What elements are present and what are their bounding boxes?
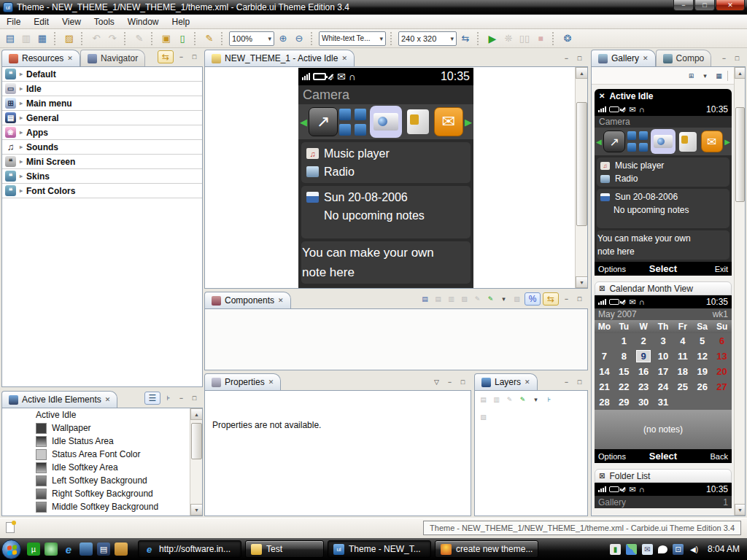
chevron-down-icon[interactable]: ▾ <box>498 294 509 304</box>
copy-icon[interactable]: ▤ <box>433 294 444 304</box>
zoom-in-icon[interactable]: ⊕ <box>276 31 290 46</box>
maximize-panel-icon[interactable]: □ <box>457 377 468 387</box>
element-item-idle-softkey-area[interactable]: Idle Softkey Area <box>2 461 202 474</box>
close-icon[interactable]: ✕ <box>341 55 347 62</box>
calendar-day[interactable]: 7 <box>602 351 607 362</box>
calendar-day[interactable]: 25 <box>678 381 688 392</box>
switch-windows-icon[interactable]: ▤ <box>97 542 110 556</box>
expand-icon[interactable]: ▸ <box>20 158 23 165</box>
minimize-panel-icon[interactable]: − <box>176 393 187 403</box>
resource-item-idle[interactable]: ▭ ▸ Idle <box>2 82 202 96</box>
calendar-day[interactable]: 31 <box>658 397 668 408</box>
resource-item-general[interactable]: ▤ ▸ General <box>2 111 202 125</box>
scroll-up-icon[interactable]: ▲ <box>576 67 588 79</box>
calendar-day[interactable]: 10 <box>658 351 668 362</box>
expand-icon[interactable]: ▸ <box>20 71 23 77</box>
paste-icon[interactable]: ▥ <box>491 394 502 405</box>
launcher-quicklaunch-icon[interactable] <box>44 542 58 556</box>
calendar-day-sunday[interactable]: 27 <box>716 381 727 392</box>
gallery-card-folder-list[interactable]: ⊠ Folder List ♪ ✉ ∩ 10:35 Gallery 1 <box>595 469 732 508</box>
tool-icon[interactable]: ✎ <box>504 394 515 405</box>
calendar-day[interactable]: 11 <box>678 351 688 362</box>
note-block[interactable]: You can make your own note here <box>301 241 471 284</box>
taskbar-button-carbide[interactable]: ui Theme - NEW_T... <box>328 540 431 558</box>
scroll-up-icon[interactable]: ▲ <box>190 408 203 420</box>
tab-layers[interactable]: Layers ✕ <box>474 373 538 390</box>
close-icon[interactable]: ✕ <box>105 396 111 403</box>
calendar-day[interactable]: 26 <box>697 381 707 392</box>
expand-icon[interactable]: ▸ <box>20 173 23 179</box>
close-icon[interactable]: ✕ <box>599 92 605 100</box>
editor-scrollbar[interactable]: ▲ ▼ <box>575 67 587 288</box>
close-icon[interactable]: ✕ <box>525 378 530 386</box>
scrollbar-thumb[interactable] <box>191 423 202 459</box>
scroll-down-icon[interactable]: ▼ <box>576 276 588 288</box>
calendar-day[interactable]: 5 <box>700 335 705 346</box>
restore-button[interactable]: □ <box>694 0 715 11</box>
sync-toggle-button[interactable]: ⇆ <box>543 292 559 306</box>
calendar-day[interactable]: 16 <box>638 366 649 377</box>
print-icon[interactable]: ▦ <box>35 31 50 46</box>
calendar-day-selected[interactable]: 9 <box>636 350 651 362</box>
orientation-toggle-icon[interactable]: ⇆ <box>458 31 473 46</box>
folder-list-row[interactable]: Gallery 1 <box>595 496 732 508</box>
maximize-panel-icon[interactable]: □ <box>189 393 200 403</box>
menu-window[interactable]: Window <box>121 15 166 28</box>
menu-edit[interactable]: Edit <box>27 15 55 28</box>
taskbar-button-test-folder[interactable]: Test <box>245 540 324 558</box>
calendar-day-sunday[interactable]: 20 <box>716 366 727 377</box>
shortcut-app-icon[interactable]: ↗ <box>309 107 338 136</box>
elements-scrollbar[interactable]: ▲ ▼ <box>190 408 202 516</box>
zoom-level-combo[interactable]: 100% ▾ <box>229 31 274 46</box>
deploy-phone-icon[interactable]: ▯ <box>175 31 190 46</box>
package-icon[interactable]: ▣ <box>159 31 174 46</box>
expand-icon[interactable]: ▸ <box>20 129 23 136</box>
camera-app-icon-selected[interactable] <box>370 106 402 138</box>
internet-explorer-quicklaunch-icon[interactable]: e <box>62 542 75 556</box>
edit-icon[interactable]: ✎ <box>485 294 496 304</box>
open-with-icon[interactable]: ▨ <box>459 294 470 304</box>
scroll-right-icon[interactable]: ▶ <box>465 117 472 128</box>
resource-item-mini-screen[interactable]: ❝ ▸ Mini Screen <box>2 155 202 169</box>
element-item-status-area-font-color[interactable]: Status Area Font Color <box>2 448 202 461</box>
resource-item-sounds[interactable]: ♫ ▸ Sounds <box>2 140 202 155</box>
open-folder-icon[interactable]: ▨ <box>62 31 77 46</box>
view-menu-icon[interactable]: ▽ <box>431 377 442 387</box>
tab-properties[interactable]: Properties ✕ <box>204 373 281 390</box>
close-icon[interactable]: ✕ <box>67 55 73 62</box>
resource-item-font-colors[interactable]: ❝ ▸ Font Colors <box>2 184 202 198</box>
close-icon[interactable]: ✕ <box>268 378 274 386</box>
redo-icon[interactable]: ↷ <box>105 31 120 46</box>
calendar-day[interactable]: 28 <box>599 397 609 408</box>
export-icon[interactable]: ▧ <box>511 294 522 304</box>
percent-toggle-button[interactable]: % <box>525 292 541 306</box>
phone-preview[interactable]: ♪ ✉ ∩ 10:35 Camera ◀ ↗ ✉ ▶ ♫ <box>298 68 473 288</box>
calendar-day[interactable]: 29 <box>619 397 629 408</box>
minimize-button[interactable]: − <box>673 0 694 11</box>
calendar-day[interactable]: 30 <box>638 397 649 408</box>
calendar-day-sunday[interactable]: 13 <box>716 351 727 362</box>
tab-components[interactable]: Components ✕ <box>204 292 291 308</box>
tray-volume-icon[interactable]: ◀) <box>689 544 700 555</box>
tab-navigator[interactable]: Navigator <box>80 50 145 66</box>
minimize-panel-icon[interactable]: − <box>561 377 572 387</box>
app-shortcut-row[interactable]: ◀ ↗ ✉ ▶ <box>298 104 473 139</box>
maximize-panel-icon[interactable]: □ <box>574 377 585 387</box>
calendar-day[interactable]: 17 <box>658 366 668 377</box>
calendar-day-sunday[interactable]: 6 <box>719 335 724 346</box>
tool-icon[interactable]: ✎ <box>472 294 483 304</box>
calendar-day[interactable]: 19 <box>697 366 707 377</box>
brush-icon[interactable]: ✎ <box>202 31 217 46</box>
scroll-down-icon[interactable]: ▼ <box>190 504 203 516</box>
new-theme-icon[interactable]: ▤ <box>3 31 18 46</box>
undo-icon[interactable]: ↶ <box>89 31 104 46</box>
resource-item-default[interactable]: ❝ ▸ Default <box>2 67 202 82</box>
sync-view-button[interactable]: ⇆ <box>158 50 174 63</box>
close-button[interactable]: ✕ <box>716 0 745 11</box>
preview-frames-icon[interactable]: ▯▯ <box>517 31 532 46</box>
menu-file[interactable]: File <box>0 15 27 28</box>
preview-stop-icon[interactable]: ■ <box>533 31 548 46</box>
show-desktop-icon[interactable] <box>80 542 93 556</box>
copy-icon[interactable]: ▤ <box>478 394 489 405</box>
copy-all-icon[interactable]: ▤ <box>419 294 430 304</box>
